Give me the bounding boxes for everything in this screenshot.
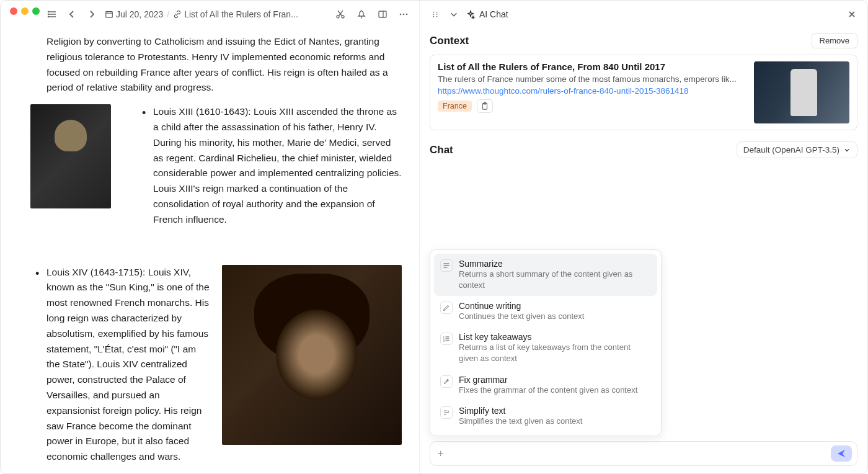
list-item: Louis XIV (1643-1715): Louis XIV, known … — [46, 265, 402, 465]
context-card-url[interactable]: https://www.thoughtco.com/rulers-of-fran… — [438, 86, 746, 96]
send-button[interactable] — [831, 445, 852, 462]
cut-icon[interactable] — [334, 7, 347, 21]
suggestion-title: Fix grammar — [459, 375, 637, 385]
collapse-icon[interactable] — [447, 7, 461, 21]
svg-rect-14 — [379, 11, 386, 17]
close-window[interactable] — [10, 7, 17, 15]
portrait-image-louis-xiv — [222, 265, 402, 445]
nav-back-icon[interactable] — [65, 7, 79, 21]
maximize-window[interactable] — [32, 7, 40, 15]
suggestion-fix-grammar[interactable]: Fix grammarFixes the grammar of the cont… — [434, 370, 657, 401]
close-panel-icon[interactable] — [845, 7, 859, 21]
context-card-description: The rulers of France number some of the … — [438, 74, 746, 84]
svg-point-17 — [403, 13, 405, 15]
breadcrumb-date[interactable]: Jul 20, 2023 — [105, 9, 163, 19]
link-icon — [173, 10, 182, 19]
date-text: Jul 20, 2023 — [116, 9, 163, 19]
svg-point-18 — [406, 13, 408, 15]
svg-point-23 — [433, 16, 435, 17]
svg-point-24 — [436, 16, 438, 17]
pin-icon[interactable] — [355, 7, 368, 21]
simplify-icon — [440, 406, 453, 419]
svg-point-21 — [433, 14, 435, 15]
breadcrumb: Jul 20, 2023 / List of All the Rulers of… — [105, 9, 298, 19]
chat-area: SummarizeReturns a short summary of the … — [430, 163, 857, 436]
nav-forward-icon[interactable] — [85, 7, 99, 21]
svg-rect-6 — [106, 11, 113, 17]
window-traffic-lights — [2, 2, 47, 20]
calendar-icon — [105, 10, 113, 19]
suggestion-desc: Fixes the grammar of the content given a… — [459, 385, 637, 396]
panel-icon[interactable] — [376, 7, 389, 21]
svg-point-20 — [436, 12, 438, 13]
context-heading: Context — [430, 35, 469, 47]
svg-point-10 — [337, 16, 339, 18]
suggestions-popup: SummarizeReturns a short summary of the … — [430, 249, 662, 436]
svg-text:3: 3 — [443, 340, 445, 342]
document-body[interactable]: Religion by converting to Catholicism an… — [1, 28, 419, 473]
suggestion-list-takeaways[interactable]: 123 List key takeawaysReturns a list of … — [434, 327, 657, 369]
chat-heading: Chat — [430, 144, 453, 156]
suggestion-desc: Simplifies the text given as context — [459, 416, 582, 427]
chat-input[interactable] — [451, 448, 826, 459]
lines-icon — [440, 259, 453, 272]
model-label: Default (OpenAI GPT-3.5) — [743, 145, 839, 154]
svg-point-4 — [48, 14, 49, 14]
title-text: List of All the Rulers of Fran... — [184, 9, 298, 19]
numbered-list-icon: 123 — [440, 333, 453, 345]
suggestion-title: Simplify text — [459, 406, 582, 416]
svg-point-19 — [433, 12, 435, 13]
add-attachment-button[interactable]: + — [435, 447, 446, 460]
svg-point-5 — [48, 16, 49, 17]
drag-handle-icon[interactable] — [428, 7, 442, 21]
suggestion-desc: Returns a short summary of the content g… — [459, 269, 651, 291]
document-toolbar: Jul 20, 2023 / List of All the Rulers of… — [1, 1, 419, 28]
ai-panel-title-text: AI Chat — [479, 9, 508, 19]
suggestion-title: Summarize — [459, 259, 651, 269]
remove-button[interactable]: Remove — [812, 33, 857, 48]
context-thumbnail — [754, 61, 849, 123]
context-card-title: List of All the Rulers of France, From 8… — [438, 61, 746, 72]
svg-point-16 — [400, 13, 402, 15]
sidebar-toggle-icon[interactable] — [45, 7, 59, 21]
svg-point-22 — [436, 14, 438, 15]
pencil-icon — [440, 302, 453, 314]
send-icon — [836, 449, 846, 458]
context-tag: France — [438, 101, 472, 112]
suggestion-desc: Continues the text given as context — [459, 311, 584, 322]
chevron-down-icon — [843, 146, 851, 154]
breadcrumb-separator: / — [167, 9, 169, 19]
suggestion-simplify-text[interactable]: Simplify textSimplifies the text given a… — [434, 401, 657, 432]
clipboard-icon — [480, 102, 489, 110]
ai-panel-title: AI Chat — [466, 9, 508, 19]
model-selector[interactable]: Default (OpenAI GPT-3.5) — [737, 141, 857, 158]
context-card: List of All the Rulers of France, From 8… — [430, 55, 857, 130]
list-item: Louis XIII (1610-1643): Louis XIII ascen… — [46, 104, 402, 239]
ai-panel-toolbar: AI Chat — [420, 1, 867, 28]
sparkle-icon — [466, 9, 476, 19]
svg-point-3 — [48, 11, 49, 12]
portrait-image-louis-xiii — [30, 104, 111, 208]
wrench-icon — [440, 375, 453, 388]
suggestion-continue-writing[interactable]: Continue writingContinues the text given… — [434, 296, 657, 327]
more-icon[interactable] — [397, 7, 410, 21]
intro-paragraph: Religion by converting to Catholicism an… — [46, 34, 402, 96]
suggestion-desc: Returns a list of key takeaways from the… — [459, 342, 651, 364]
suggestion-summarize[interactable]: SummarizeReturns a short summary of the … — [434, 254, 657, 296]
minimize-window[interactable] — [21, 7, 29, 15]
suggestion-title: Continue writing — [459, 301, 584, 311]
chat-input-bar: + — [430, 441, 857, 466]
list-item-text: Louis XIII (1610-1643): Louis XIII ascen… — [153, 104, 402, 227]
copy-button[interactable] — [477, 99, 493, 113]
suggestion-title: List key takeaways — [459, 332, 651, 342]
svg-point-11 — [342, 16, 344, 18]
breadcrumb-title[interactable]: List of All the Rulers of Fran... — [173, 9, 298, 19]
